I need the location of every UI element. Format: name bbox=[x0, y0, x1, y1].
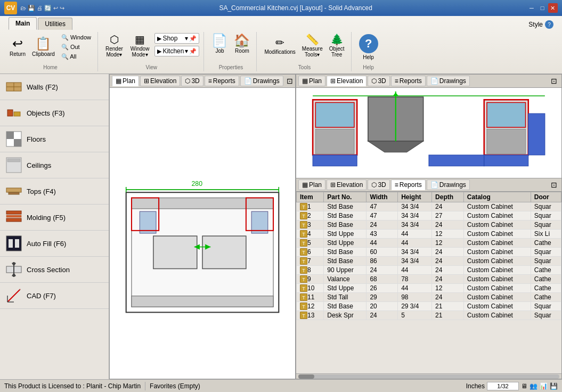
sidebar-item-cad[interactable]: CAD (F7) bbox=[0, 283, 109, 309]
cell-partno: Valance bbox=[324, 275, 366, 284]
table-row[interactable]: T11 Std Tall 29 98 24 Custom Cabinet Cat… bbox=[297, 293, 561, 302]
right-top-tab-reports[interactable]: ≡ Reports bbox=[391, 76, 426, 86]
rt-3d-icon: ⬡ bbox=[371, 77, 377, 85]
rt-plan-icon: ▦ bbox=[302, 77, 308, 85]
left-tab-elevation[interactable]: ⊞ Elevation bbox=[140, 76, 180, 86]
room-button[interactable]: 🏠 Room bbox=[232, 33, 252, 55]
cell-catalog: Custom Cabinet bbox=[463, 302, 531, 311]
sidebar-item-ceilings[interactable]: Ceilings bbox=[0, 152, 109, 178]
status-icon-1[interactable]: 🖥 bbox=[521, 382, 527, 390]
cell-depth: 12 bbox=[432, 239, 464, 248]
right-top-tab-3d[interactable]: ⬡ 3D bbox=[368, 76, 389, 86]
window-mode-button[interactable]: ▦ WindowMode▾ bbox=[128, 33, 152, 59]
modifications-button[interactable]: ✏ Modifications bbox=[262, 36, 297, 56]
zoom-window-button[interactable]: 🔍 Window bbox=[59, 33, 93, 42]
cell-height: 34 3/4 bbox=[398, 257, 432, 266]
left-tab-reports[interactable]: ≡ Reports bbox=[205, 76, 239, 86]
right-bottom-tab-plan[interactable]: ▦ Plan bbox=[298, 179, 325, 190]
right-bottom-panel-maximize[interactable]: ⊡ bbox=[549, 181, 559, 189]
cell-height: 44 bbox=[398, 284, 432, 293]
table-row[interactable]: T8 90 Upper 24 44 24 Custom Cabinet Cath… bbox=[297, 266, 561, 275]
scroll-thumb[interactable] bbox=[298, 374, 314, 379]
left-tab-drawings[interactable]: 📄 Drawings bbox=[240, 76, 283, 86]
cell-door: Squar bbox=[531, 311, 561, 320]
svg-rect-58 bbox=[429, 155, 484, 166]
clipboard-button[interactable]: 📋 Clipboard bbox=[30, 36, 57, 58]
svg-rect-30 bbox=[202, 236, 246, 268]
table-row[interactable]: T13 Desk Spr 24 5 21 Custom Cabinet Squa… bbox=[297, 311, 561, 320]
style-help-icon[interactable]: ? bbox=[545, 20, 553, 29]
sidebar-item-autofill[interactable]: Auto Fill (F6) bbox=[0, 231, 109, 257]
right-bottom-tab-reports[interactable]: ≡ Reports bbox=[391, 179, 426, 190]
status-icon-4[interactable]: 💾 bbox=[550, 382, 558, 390]
ribbon-group-tools: ✏ Modifications 📏 MeasureTools▾ 🌲 Object… bbox=[258, 32, 351, 71]
object-tree-button[interactable]: 🌲 ObjectTree bbox=[327, 33, 347, 59]
cell-door: Squar bbox=[531, 220, 561, 230]
right-top-tab-drawings[interactable]: 📄 Drawings bbox=[427, 76, 470, 86]
table-row[interactable]: T4 Std Uppe 43 44 12 Custom Cabinet Six … bbox=[297, 230, 561, 239]
ribbon-group-help: ? Help Help bbox=[353, 32, 385, 71]
zoom-out-button[interactable]: 🔍 Out bbox=[59, 43, 93, 52]
zoom-all-button[interactable]: 🔍 All bbox=[59, 52, 93, 61]
table-row[interactable]: T3 Std Base 24 34 3/4 24 Custom Cabinet … bbox=[297, 220, 561, 230]
cell-width: 24 bbox=[366, 220, 398, 230]
cell-item: T11 bbox=[297, 293, 324, 302]
unit-text: Inches bbox=[466, 382, 485, 390]
col-catalog: Catalog bbox=[463, 192, 531, 202]
cell-catalog: Custom Cabinet bbox=[463, 248, 531, 257]
reports-table[interactable]: Item Part No. Width Height Depth Catalog… bbox=[296, 192, 561, 373]
right-bottom-tab-drawings[interactable]: 📄 Drawings bbox=[427, 179, 470, 190]
cell-catalog: Custom Cabinet bbox=[463, 311, 531, 320]
molding-icon bbox=[5, 209, 22, 226]
right-top-tab-elevation[interactable]: ⊞ Elevation bbox=[327, 76, 366, 86]
render-mode-button[interactable]: ⬡ RenderMode▾ bbox=[103, 33, 125, 59]
ribbon-tabs: Main Utilities bbox=[4, 16, 77, 30]
table-row[interactable]: T5 Std Uppe 44 44 12 Custom Cabinet Cath… bbox=[297, 239, 561, 248]
right-top-tab-plan[interactable]: ▦ Plan bbox=[298, 76, 325, 86]
cell-depth: 24 bbox=[432, 266, 464, 275]
sidebar-item-walls[interactable]: Walls (F2) bbox=[0, 74, 109, 100]
kitchen-dropdown[interactable]: ▶ Kitchen ▾ 📌 bbox=[154, 46, 199, 56]
status-icon-2[interactable]: 👥 bbox=[530, 382, 537, 390]
sidebar-item-floors[interactable]: Floors bbox=[0, 126, 109, 152]
left-tab-3d[interactable]: ⬡ 3D bbox=[181, 76, 203, 86]
left-panel-maximize[interactable]: ⊡ bbox=[284, 77, 295, 85]
cell-catalog: Custom Cabinet bbox=[463, 239, 531, 248]
sidebar-item-objects[interactable]: Objects (F3) bbox=[0, 100, 109, 126]
table-row[interactable]: T10 Std Uppe 26 44 12 Custom Cabinet Cat… bbox=[297, 284, 561, 293]
return-button[interactable]: ↩ Return bbox=[7, 36, 28, 58]
view-dropdowns: ▶ Shop ▾ 📌 ▶ Kitchen ▾ 📌 bbox=[154, 33, 199, 56]
table-row[interactable]: T1 Std Base 47 34 3/4 24 Custom Cabinet … bbox=[297, 202, 561, 211]
cell-depth: 27 bbox=[432, 211, 464, 220]
tab-main[interactable]: Main bbox=[9, 17, 37, 30]
job-button[interactable]: 📄 Job bbox=[209, 33, 230, 55]
right-bottom-tab-3d[interactable]: ⬡ 3D bbox=[368, 179, 389, 190]
measure-tools-button[interactable]: 📏 MeasureTools▾ bbox=[300, 33, 325, 59]
table-row[interactable]: T12 Std Base 20 29 3/4 21 Custom Cabinet… bbox=[297, 302, 561, 311]
right-top-panel-maximize[interactable]: ⊡ bbox=[549, 77, 559, 85]
tab-utilities[interactable]: Utilities bbox=[38, 18, 72, 30]
panel-right-bottom: ▦ Plan ⊞ Elevation ⬡ 3D ≡ bbox=[296, 178, 561, 379]
status-icon-3[interactable]: 📊 bbox=[540, 382, 548, 390]
table-row[interactable]: T9 Valance 68 78 24 Custom Cabinet Cathe bbox=[297, 275, 561, 284]
close-button[interactable]: ✕ bbox=[548, 3, 558, 13]
right-bottom-tab-elevation[interactable]: ⊞ Elevation bbox=[327, 179, 366, 190]
sidebar-item-crosssection[interactable]: Cross Section bbox=[0, 257, 109, 283]
table-row[interactable]: T6 Std Base 60 34 3/4 24 Custom Cabinet … bbox=[297, 248, 561, 257]
home-group-label: Home bbox=[43, 63, 58, 70]
sidebar-item-tops[interactable]: Tops (F4) bbox=[0, 178, 109, 205]
horizontal-scrollbar[interactable] bbox=[296, 373, 561, 379]
table-row[interactable]: T7 Std Base 86 34 3/4 24 Custom Cabinet … bbox=[297, 257, 561, 266]
rt-elevation-icon: ⊞ bbox=[330, 77, 336, 85]
maximize-button[interactable]: □ bbox=[537, 3, 547, 13]
measure-icon: 📏 bbox=[306, 34, 319, 45]
sidebar-item-molding[interactable]: Molding (F5) bbox=[0, 205, 109, 231]
minimize-button[interactable]: ─ bbox=[527, 3, 536, 13]
help-button[interactable]: ? Help bbox=[357, 33, 380, 61]
cell-partno: Std Tall bbox=[324, 293, 366, 302]
table-row[interactable]: T2 Std Base 47 34 3/4 27 Custom Cabinet … bbox=[297, 211, 561, 220]
window-controls[interactable]: ─ □ ✕ bbox=[527, 3, 558, 13]
cell-catalog: Custom Cabinet bbox=[463, 211, 531, 220]
left-tab-plan[interactable]: ▦ Plan bbox=[112, 76, 139, 86]
shop-dropdown[interactable]: ▶ Shop ▾ 📌 bbox=[154, 33, 199, 44]
